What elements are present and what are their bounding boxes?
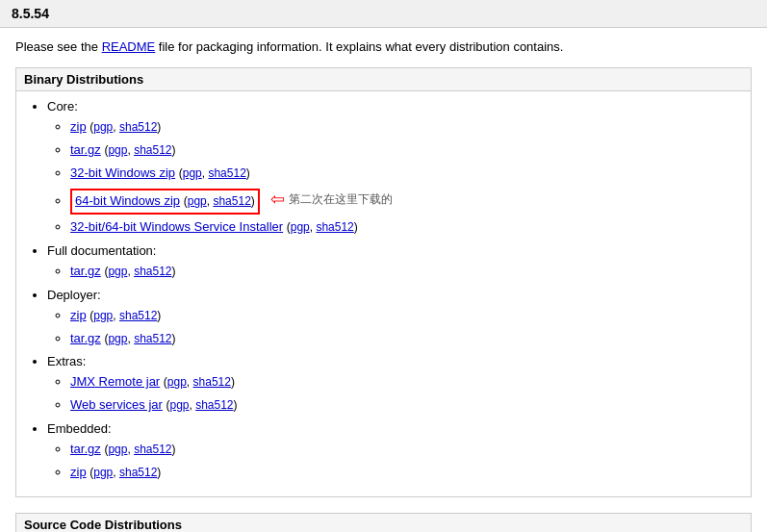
extras-jmx-link[interactable]: JMX Remote jar bbox=[70, 374, 160, 389]
version-text: 8.5.54 bbox=[12, 6, 49, 21]
list-item: zip (pgp, sha512) bbox=[70, 117, 739, 138]
annotation-64bit: ⇦ 第二次在这里下载的 bbox=[270, 186, 393, 214]
core-zip-link[interactable]: zip bbox=[70, 119, 87, 134]
highlight-box-64bit: 64-bit Windows zip (pgp, sha512) bbox=[70, 189, 260, 215]
extras-ws-pgp[interactable]: pgp bbox=[169, 398, 189, 412]
arrow-icon-64bit: ⇦ bbox=[270, 186, 285, 214]
list-item: zip (pgp, sha512) bbox=[70, 306, 739, 326]
source-section: Source Code Distributions tar.gz (pgp, s… bbox=[15, 513, 752, 532]
category-embedded: Embedded: tar.gz (pgp, sha512) zip (pgp,… bbox=[47, 421, 739, 483]
embedded-zip-sha512[interactable]: sha512 bbox=[119, 466, 157, 479]
category-deployer: Deployer: zip (pgp, sha512) tar.gz (pgp,… bbox=[47, 288, 739, 349]
list-item: tar.gz (pgp, sha512) bbox=[70, 329, 739, 349]
deployer-items-list: zip (pgp, sha512) tar.gz (pgp, sha512) bbox=[47, 306, 739, 349]
intro-text-after: file for packaging information. It expla… bbox=[155, 39, 563, 54]
binary-section-title: Binary Distributions bbox=[16, 68, 751, 91]
binary-section-content: Core: zip (pgp, sha512) tar.gz (pgp, sha… bbox=[16, 91, 751, 496]
core-zip-sha512[interactable]: sha512 bbox=[119, 120, 157, 134]
core-targz-link[interactable]: tar.gz bbox=[70, 142, 101, 157]
embedded-targz-pgp[interactable]: pgp bbox=[108, 443, 127, 456]
main-content: Please see the README file for packaging… bbox=[0, 28, 767, 532]
intro-paragraph: Please see the README file for packaging… bbox=[15, 39, 752, 54]
core-zip-pgp[interactable]: pgp bbox=[93, 120, 113, 134]
core-targz-sha512[interactable]: sha512 bbox=[134, 143, 171, 157]
intro-text-before: Please see the bbox=[15, 39, 102, 54]
core-32bit-pgp[interactable]: pgp bbox=[183, 166, 202, 180]
docs-targz-sha512[interactable]: sha512 bbox=[134, 265, 171, 278]
embedded-zip-link[interactable]: zip bbox=[70, 465, 87, 479]
category-extras: Extras: JMX Remote jar (pgp, sha512) Web… bbox=[47, 354, 739, 416]
deployer-zip-link[interactable]: zip bbox=[70, 308, 87, 322]
binary-section: Binary Distributions Core: zip (pgp, sha… bbox=[15, 67, 752, 497]
list-item: tar.gz (pgp, sha512) bbox=[70, 440, 739, 460]
list-item: 32-bit Windows zip (pgp, sha512) bbox=[70, 164, 739, 184]
deployer-zip-pgp[interactable]: pgp bbox=[93, 309, 113, 322]
list-item: Web services jar (pgp, sha512) bbox=[70, 395, 739, 416]
readme-link[interactable]: README bbox=[102, 39, 156, 54]
embedded-targz-link[interactable]: tar.gz bbox=[70, 442, 101, 456]
source-section-title: Source Code Distributions bbox=[16, 514, 751, 532]
category-full-docs: Full documentation: tar.gz (pgp, sha512) bbox=[47, 243, 739, 282]
list-item: 32-bit/64-bit Windows Service Installer … bbox=[70, 217, 739, 238]
extras-jmx-sha512[interactable]: sha512 bbox=[193, 375, 231, 389]
deployer-targz-sha512[interactable]: sha512 bbox=[134, 332, 171, 345]
extras-items-list: JMX Remote jar (pgp, sha512) Web service… bbox=[47, 372, 739, 416]
embedded-items-list: tar.gz (pgp, sha512) zip (pgp, sha512) bbox=[47, 440, 739, 483]
docs-items-list: tar.gz (pgp, sha512) bbox=[47, 262, 739, 282]
deployer-targz-pgp[interactable]: pgp bbox=[108, 332, 127, 345]
list-item: zip (pgp, sha512) bbox=[70, 463, 739, 483]
extras-jmx-pgp[interactable]: pgp bbox=[167, 375, 187, 389]
extras-ws-link[interactable]: Web services jar bbox=[70, 397, 163, 412]
docs-targz-link[interactable]: tar.gz bbox=[70, 264, 101, 278]
core-64bit-link[interactable]: 64-bit Windows zip bbox=[75, 193, 180, 208]
extras-ws-sha512[interactable]: sha512 bbox=[195, 398, 233, 412]
list-item: tar.gz (pgp, sha512) bbox=[70, 140, 739, 161]
core-64bit-pgp[interactable]: pgp bbox=[188, 194, 207, 208]
list-item: tar.gz (pgp, sha512) bbox=[70, 262, 739, 282]
core-32bit-sha512[interactable]: sha512 bbox=[208, 166, 245, 180]
embedded-targz-sha512[interactable]: sha512 bbox=[134, 443, 171, 456]
core-items-list: zip (pgp, sha512) tar.gz (pgp, sha512) 3… bbox=[47, 117, 739, 238]
list-item: JMX Remote jar (pgp, sha512) bbox=[70, 372, 739, 393]
core-32bit-link[interactable]: 32-bit Windows zip bbox=[70, 165, 175, 180]
deployer-zip-sha512[interactable]: sha512 bbox=[119, 309, 157, 322]
annotation-text-64bit: 第二次在这里下载的 bbox=[289, 190, 393, 209]
docs-targz-pgp[interactable]: pgp bbox=[108, 265, 127, 278]
list-item-highlighted: 64-bit Windows zip (pgp, sha512) ⇦ 第二次在这… bbox=[70, 186, 739, 215]
version-header: 8.5.54 bbox=[0, 0, 767, 28]
core-installer-link[interactable]: 32-bit/64-bit Windows Service Installer bbox=[70, 219, 283, 234]
core-installer-pgp[interactable]: pgp bbox=[291, 220, 310, 234]
embedded-zip-pgp[interactable]: pgp bbox=[93, 466, 113, 479]
deployer-targz-link[interactable]: tar.gz bbox=[70, 331, 101, 345]
category-core: Core: zip (pgp, sha512) tar.gz (pgp, sha… bbox=[47, 99, 739, 238]
core-64bit-sha512[interactable]: sha512 bbox=[213, 194, 250, 208]
binary-categories-list: Core: zip (pgp, sha512) tar.gz (pgp, sha… bbox=[28, 99, 739, 483]
core-targz-pgp[interactable]: pgp bbox=[108, 143, 127, 157]
core-installer-sha512[interactable]: sha512 bbox=[316, 220, 353, 234]
